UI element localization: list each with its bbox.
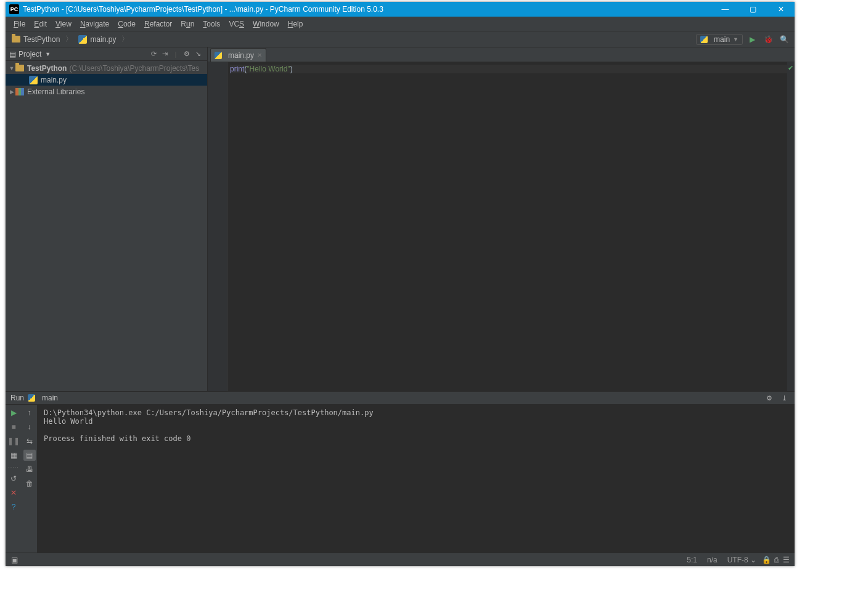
code-keyword: print xyxy=(230,65,244,73)
minimize-button[interactable]: — xyxy=(711,2,739,17)
external-libraries-label: External Libraries xyxy=(27,87,84,96)
menu-navigate[interactable]: Navigate xyxy=(76,18,113,30)
tree-external-libraries[interactable]: ▶ External Libraries xyxy=(6,86,207,97)
soft-wrap-button[interactable]: ⇆ xyxy=(23,436,36,447)
tree-project-root[interactable]: ▼ TestPython (C:\Users\Toshiya\PycharmPr… xyxy=(6,62,207,74)
gear-icon[interactable]: ⚙ xyxy=(764,392,775,403)
scroll-to-end-button[interactable]: ▤ xyxy=(23,450,36,461)
menu-view[interactable]: View xyxy=(51,18,76,30)
maximize-button[interactable]: ▢ xyxy=(739,2,767,17)
project-tree[interactable]: ▼ TestPython (C:\Users\Toshiya\PycharmPr… xyxy=(6,61,207,391)
collapse-all-icon[interactable]: ⇥ xyxy=(159,49,170,60)
run-toolbar-left: ▶ ■ ❚❚ ▦ ····· ↺ ✕ ? xyxy=(6,405,22,553)
close-button[interactable]: ✕ xyxy=(767,2,795,17)
breadcrumb-separator: 〉 xyxy=(65,34,73,44)
project-pane: ▤ Project ▼ ⟳ ⇥ | ⚙ ↘ ▼ TestPython (C:\U… xyxy=(6,47,208,391)
code-editor[interactable]: print("Hello World") ✔ xyxy=(208,62,795,391)
folder-icon xyxy=(12,36,20,43)
separator-icon: | xyxy=(170,49,181,60)
menu-file[interactable]: File xyxy=(9,18,30,30)
main-body: ▤ Project ▼ ⟳ ⇥ | ⚙ ↘ ▼ TestPython (C:\U… xyxy=(6,47,795,391)
nav-toolbar: TestPython 〉 main.py 〉 main ▼ ▶ 🐞 🔍 xyxy=(6,31,795,47)
tree-file-main[interactable]: main.py xyxy=(6,74,207,86)
menu-refactor[interactable]: Refactor xyxy=(140,18,176,30)
hide-icon[interactable]: ↘ xyxy=(192,49,203,60)
scroll-from-source-icon[interactable]: ⟳ xyxy=(148,49,159,60)
debug-button[interactable]: 🐞 xyxy=(761,33,775,46)
breadcrumb-project[interactable]: TestPython xyxy=(9,34,62,45)
search-everywhere-button[interactable]: 🔍 xyxy=(777,33,791,46)
python-file-icon xyxy=(29,76,38,84)
run-toolbar-right: ↑ ↓ ⇆ ▤ 🖶 🗑 xyxy=(22,405,38,553)
run-tool-header[interactable]: Run main ⚙ ⤓ xyxy=(6,392,795,405)
project-root-path: (C:\Users\Toshiya\PycharmProjects\Tes xyxy=(69,64,199,73)
gear-icon[interactable]: ⚙ xyxy=(181,49,192,60)
help-button[interactable]: ? xyxy=(7,501,20,513)
editor-tab-main[interactable]: main.py ✕ xyxy=(210,48,266,62)
code-string: "Hello World" xyxy=(247,65,290,73)
python-file-icon xyxy=(215,52,222,59)
menu-edit[interactable]: Edit xyxy=(30,18,51,30)
inspection-ok-icon[interactable]: ✔ xyxy=(788,64,793,72)
python-file-icon xyxy=(78,35,87,44)
encoding[interactable]: UTF-8 ⌄ xyxy=(722,556,761,564)
run-console[interactable]: D:\Python34\python.exe C:/Users/Toshiya/… xyxy=(38,405,795,553)
breadcrumb-file-label: main.py xyxy=(90,35,116,44)
python-file-icon xyxy=(700,36,708,43)
pause-button[interactable]: ❚❚ xyxy=(7,436,20,447)
editor-tabs: main.py ✕ xyxy=(208,47,795,62)
project-pane-header[interactable]: ▤ Project ▼ ⟳ ⇥ | ⚙ ↘ xyxy=(6,47,207,61)
caret-position[interactable]: 5:1 xyxy=(682,556,702,564)
run-config-name: main xyxy=(714,35,730,44)
line-gutter[interactable] xyxy=(208,62,227,391)
error-stripe[interactable] xyxy=(787,62,795,391)
status-bar: ▣ 5:1 n/a UTF-8 ⌄ 🔒 ⎙ ☰ xyxy=(6,553,795,566)
editor-area: main.py ✕ print("Hello World") ✔ xyxy=(208,47,795,391)
clear-all-button[interactable]: 🗑 xyxy=(23,478,36,489)
close-run-button[interactable]: ✕ xyxy=(7,487,20,498)
editor-tab-label: main.py xyxy=(228,51,254,60)
down-button[interactable]: ↓ xyxy=(23,421,36,432)
hector-icon[interactable]: ☰ xyxy=(781,555,791,565)
project-root-name: TestPython xyxy=(27,64,67,73)
breadcrumb-separator: 〉 xyxy=(121,34,129,44)
run-button[interactable]: ▶ xyxy=(745,33,759,46)
menu-window[interactable]: Window xyxy=(248,18,284,30)
expand-arrow-icon[interactable]: ▶ xyxy=(8,89,15,95)
run-tool-window: Run main ⚙ ⤓ ▶ ■ ❚❚ ▦ ····· ↺ ✕ ? ↑ ↓ ⇆ … xyxy=(6,391,795,553)
menu-tools[interactable]: Tools xyxy=(198,18,224,30)
restore-layout-button[interactable]: ↺ xyxy=(7,473,20,484)
run-tool-config: main xyxy=(42,394,58,402)
show-toolwindows-icon[interactable]: ▣ xyxy=(9,555,19,565)
chevron-down-icon: ▼ xyxy=(45,51,51,57)
close-tab-icon[interactable]: ✕ xyxy=(257,52,262,59)
project-view-icon: ▤ xyxy=(9,50,16,59)
chevron-down-icon: ▼ xyxy=(733,36,738,43)
separator-dots: ····· xyxy=(8,464,19,470)
breadcrumb-file[interactable]: main.py xyxy=(76,34,118,45)
menu-code[interactable]: Code xyxy=(113,18,140,30)
library-icon xyxy=(15,88,24,95)
code-content[interactable]: print("Hello World") xyxy=(227,62,787,391)
stop-button[interactable]: ■ xyxy=(7,421,20,432)
app-icon: PC xyxy=(9,4,19,14)
lock-icon[interactable]: 🔒 xyxy=(761,555,771,565)
breadcrumb-project-label: TestPython xyxy=(23,35,60,44)
expand-arrow-icon[interactable]: ▼ xyxy=(8,65,15,71)
run-tool-label: Run xyxy=(10,394,24,402)
run-configuration-selector[interactable]: main ▼ xyxy=(696,34,743,45)
menu-run[interactable]: Run xyxy=(176,18,198,30)
run-body: ▶ ■ ❚❚ ▦ ····· ↺ ✕ ? ↑ ↓ ⇆ ▤ 🖶 🗑 D:\Pyth… xyxy=(6,405,795,553)
git-icon[interactable]: ⎙ xyxy=(771,555,781,565)
menu-help[interactable]: Help xyxy=(284,18,308,30)
pin-icon[interactable]: ⤓ xyxy=(779,392,790,403)
code-bracket: ) xyxy=(290,65,293,73)
menu-vcs[interactable]: VCS xyxy=(224,18,248,30)
print-button[interactable]: 🖶 xyxy=(23,464,36,475)
rerun-button[interactable]: ▶ xyxy=(7,407,20,418)
title-bar[interactable]: PC TestPython - [C:\Users\Toshiya\Pychar… xyxy=(6,2,795,17)
up-button[interactable]: ↑ xyxy=(23,407,36,418)
dump-threads-button[interactable]: ▦ xyxy=(7,450,20,461)
insert-mode[interactable]: n/a xyxy=(702,556,722,564)
app-window: PC TestPython - [C:\Users\Toshiya\Pychar… xyxy=(6,2,795,566)
